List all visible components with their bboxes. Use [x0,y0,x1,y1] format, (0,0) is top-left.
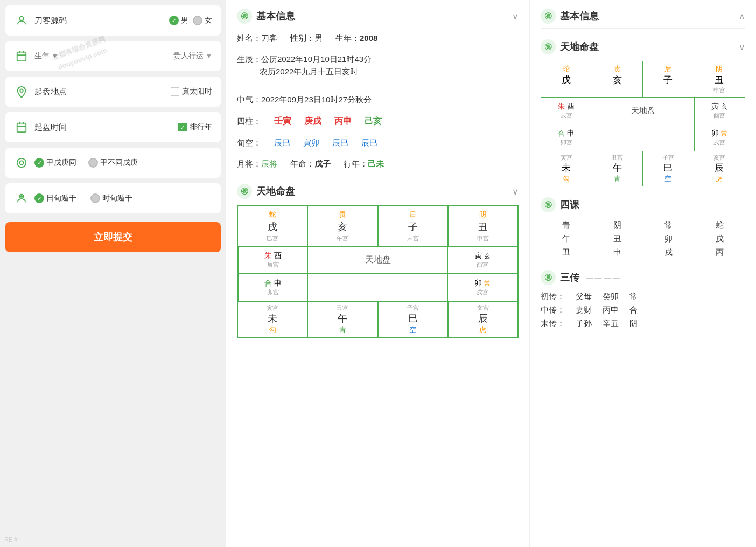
sike-r2c1: 午 [541,232,592,246]
svg-point-5 [20,89,23,92]
jiageng-same-check [34,158,44,168]
r-top-1: 蛇 戌 [541,61,592,97]
tiandi-collapse-m[interactable]: ∨ [512,186,519,197]
right-sike-icon: ㊗ [541,197,556,212]
r-mid-right: 寅 玄 酉宫 [694,98,745,124]
middle-qi-row: 中气：2022年09月23日10时27分秋分 [237,92,519,108]
sanchuan-dots: — — — — [586,274,620,282]
sort-year-label: 排行年 [190,122,212,132]
shiju-option[interactable]: 时旬遁干 [90,193,132,203]
r-mid2-center [592,124,694,151]
tiandi-middle-row: 朱 酉 辰宫 天地盘 寅 玄 酉宫 [237,246,518,274]
true-sun-checkbox [171,87,179,96]
tiandi-bot-2: 丑宫 午 青 [307,301,377,337]
sanchuan-val-1a: 父母 [576,292,592,302]
tiandi-icon-m: ㊗ [237,184,252,199]
r-mid-center: 天地盘 [592,98,694,124]
pillar-2: 庚戌 [304,116,321,127]
pillar-4: 己亥 [365,116,382,127]
guiren-arrow: ▼ [206,52,212,60]
sike-r2c2: 丑 [592,232,643,246]
sike-r1c3: 常 [643,219,694,232]
sanchuan-row-1: 初传： 父母 癸卯 常 [541,292,745,302]
guiren-label: 贵人行运 [173,51,204,61]
location-label: 起盘地点 [34,87,67,97]
basic-info-icon: ㊗ [237,9,252,24]
r-mid-left: 朱 酉 辰宫 [541,98,592,124]
true-sun-label: 真太阳时 [182,87,212,96]
right-basic-title-row: ㊗ 基本信息 [541,9,599,24]
submit-button[interactable]: 立即提交 [5,222,221,252]
xunkong-4: 辰巳 [361,138,377,148]
tiandi-top-3: 后 子 未宫 [378,206,448,246]
jiageng-icon [14,155,29,170]
jiageng-same-label: 甲戊庚同 [46,158,76,168]
right-tiandi-icon: ㊗ [541,39,556,54]
name-label: 刀客源码 [34,16,67,26]
gender-male-check [169,16,179,25]
right-tiandi-top: 蛇 戌 贵 亥 后 子 阴 丑 申宫 [541,61,745,98]
tiandi-top-2: 贵 亥 午宫 [307,206,377,246]
right-basic-icon: ㊗ [541,9,556,24]
svg-rect-1 [17,52,26,61]
jiageng-card: 甲戊庚同 甲不同戊庚 [5,148,221,178]
four-pillars-row: 四柱： 壬寅 庚戌 丙申 己亥 [237,113,519,130]
right-tiandi-mid2: 合 申 卯宫 卯 常 戌宫 [541,124,745,151]
right-basic-info: ㊗ 基本信息 ∧ [541,9,745,29]
jiageng-diff-check [88,158,98,168]
basic-info-header: ㊗ 基本信息 ∨ [237,9,519,24]
r-top-2: 贵 亥 [592,61,643,97]
jiageng-diff-option[interactable]: 甲不同戊庚 [88,158,138,168]
gender-female-label: 女 [205,16,212,25]
sanchuan-val-3b: 辛丑 [603,318,619,329]
right-sanchuan-section: ㊗ 三传 — — — — 初传： 父母 癸卯 常 中传： 妻财 丙申 合 末传：… [541,270,745,329]
right-basic-info-header: ㊗ 基本信息 ∧ [541,9,745,29]
right-tiandi-bottom: 寅宫 未 勾 丑宫 午 青 子宫 巳 空 亥宫 辰 虎 [541,151,745,186]
tiandi-bot-3: 子宫 巳 空 [378,301,448,337]
svg-point-13 [21,196,23,197]
right-basic-collapse[interactable]: ∧ [739,11,745,22]
sort-year-option[interactable]: ✓ 排行年 [178,122,212,132]
guiren-select[interactable]: 贵人行运 ▼ [173,51,212,61]
right-sanchuan-icon: ㊗ [541,270,556,285]
tiandi-top-4: 阴 丑 申宫 [448,206,518,246]
birth-year-label-m: 生年：2008 [335,33,377,44]
basic-info-collapse[interactable]: ∨ [512,11,519,22]
right-basic-title: 基本信息 [560,10,599,23]
sike-r1c4: 蛇 [694,219,745,232]
right-sanchuan-title: 三传 [560,271,579,284]
right-tiandi-grid: 蛇 戌 贵 亥 后 子 阴 丑 申宫 [541,61,745,186]
sanchuan-val-2b: 丙申 [603,305,619,315]
right-sike-title-row: ㊗ 四课 [541,197,579,212]
sanchuan-val-2a: 妻财 [576,305,592,315]
right-tiandi-section: ㊗ 天地命盘 ∨ 蛇 戌 贵 亥 后 子 [541,39,745,186]
sike-r2c3: 卯 [643,232,694,246]
r-bot-1: 寅宫 未 勾 [541,151,592,186]
riju-option[interactable]: 日旬遁干 [34,193,76,203]
name-label-m: 姓名：刀客 [237,33,277,44]
true-sun-option[interactable]: 真太阳时 [171,87,212,96]
tiandi-center: 天地盘 [308,246,448,274]
r-top-3: 后 子 [643,61,694,97]
sanchuan-val-3a: 子孙 [576,318,592,329]
basic-info-title-row: ㊗ 基本信息 [237,9,295,24]
gender-male-option[interactable]: 男 [169,16,188,25]
basic-info-title: 基本信息 [256,10,295,23]
r-bot-4: 亥宫 辰 虎 [694,151,745,186]
right-tiandi-collapse[interactable]: ∨ [739,42,745,52]
name-gender-birth-row: 姓名：刀客 性别：男 生年：2008 [237,30,519,47]
jiageng-same-option[interactable]: 甲戊庚同 [34,158,76,168]
right-sanchuan-title-row: ㊗ 三传 — — — — [541,270,620,285]
sanchuan-label-1: 初传： [541,292,565,302]
r-mid2-right: 卯 常 戌宫 [694,124,745,151]
gender-male-label: 男 [181,16,188,25]
right-sike-header: ㊗ 四课 [541,197,745,212]
birth-year-select[interactable]: 生年 ▼ [34,51,58,61]
gender-female-option[interactable]: 女 [193,16,212,25]
sike-r2c4: 戌 [694,232,745,246]
sanchuan-val-3c: 阴 [629,318,638,329]
svg-point-0 [19,17,23,20]
tiandi-mid-left-2: 合 申 卯宫 [238,274,308,301]
r-bot-3: 子宫 巳 空 [643,151,694,186]
sort-year-checkbox: ✓ [178,123,187,131]
